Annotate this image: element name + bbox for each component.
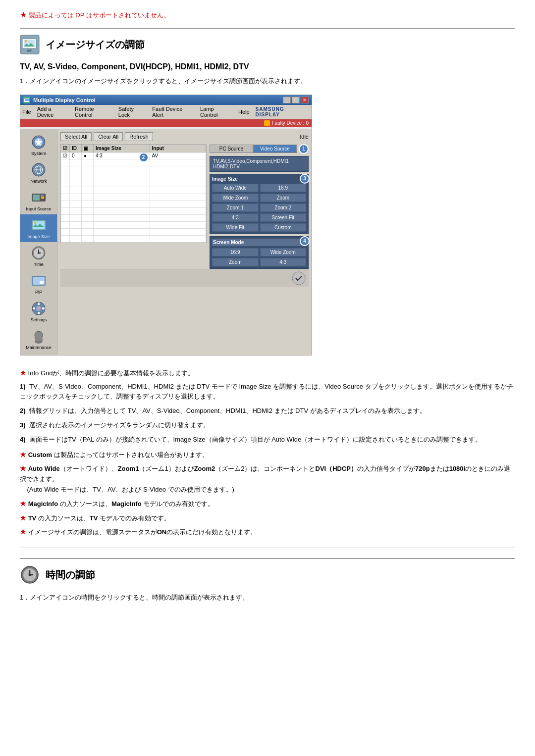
section1-title: イメージサイズの調節 [46, 38, 145, 51]
svg-rect-4 [27, 50, 32, 51]
screen-btn-zoom[interactable]: Zoom [212, 258, 259, 266]
note-4: 4) 画面モードはTV（PAL のみ）が接続されていて、Image Size（画… [20, 435, 515, 445]
section2-header: 時間の調節 [20, 558, 515, 585]
size-btn-zoom[interactable]: Zoom [260, 194, 307, 202]
table-row [61, 194, 206, 201]
row-checkbox[interactable]: ☑ [61, 152, 70, 159]
row-id: 0 [70, 152, 82, 159]
mdc-bottom [60, 269, 309, 287]
sidebar-item-input-source[interactable]: Input Source [20, 187, 57, 214]
pc-source-tab[interactable]: PC Source [210, 145, 253, 153]
screen-btn-wide-zoom[interactable]: Wide Zoom [260, 248, 307, 256]
sidebar-item-pip[interactable]: PiP [20, 270, 57, 298]
sidebar-item-network[interactable]: Network [20, 159, 57, 187]
row-flag: ● [82, 152, 94, 159]
mdc-grid-area: ☑ ID ▣ Image Size Input ☑ 0 ● 4: [60, 144, 309, 269]
mdc-menubar: File Add a Device Remote Control Safety … [20, 105, 312, 119]
sidebar-item-maintenance[interactable]: Maintenance [20, 325, 57, 353]
screen-btn-16-9[interactable]: 16:9 [212, 248, 259, 256]
sidebar-item-settings[interactable]: Settings [20, 298, 57, 325]
faulty-device-bar: Faulty Device : 0 [20, 119, 312, 127]
size-btn-4-3[interactable]: 4:3 [212, 213, 259, 222]
col-id: ID [70, 145, 82, 152]
mdc-main: Select All Clear All Refresh Idle ☑ ID ▣… [57, 129, 312, 355]
svg-rect-35 [42, 307, 45, 309]
svg-rect-38 [35, 337, 43, 341]
top-note-text: 製品によっては DP はサポートされていません。 [29, 11, 170, 19]
maintenance-icon [31, 328, 47, 344]
video-source-tab[interactable]: Video Source [253, 145, 297, 153]
image-size-title: Image Size [212, 176, 306, 182]
circle-1: 1 [299, 144, 309, 154]
menu-remote-control[interactable]: Remote Control [75, 106, 112, 118]
extra-note-tv: ★ TV の入力ソースは、TV モデルでのみ有効です。 [20, 512, 515, 524]
sidebar-item-image-size[interactable]: Image Size [20, 214, 57, 242]
status-text: Idle [300, 134, 309, 140]
svg-rect-29 [40, 281, 44, 284]
screen-btn-4-3[interactable]: 4:3 [260, 258, 307, 266]
sidebar-label-input-source: Input Source [26, 206, 51, 211]
size-btn-zoom1[interactable]: Zoom 1 [212, 203, 259, 212]
menu-fault-device-alert[interactable]: Fault Device Alert [152, 106, 194, 118]
minimize-button[interactable]: _ [283, 97, 291, 103]
mdc-toolbar: Select All Clear All Refresh Idle [60, 132, 309, 141]
clear-all-button[interactable]: Clear All [94, 132, 123, 141]
select-all-button[interactable]: Select All [60, 132, 92, 141]
row-input [150, 159, 207, 166]
table-row: ☑ 0 ● 4:3 2 AV [61, 152, 206, 159]
sidebar-label-system: System [31, 151, 46, 156]
col-input: Input [150, 145, 207, 152]
refresh-button[interactable]: Refresh [125, 132, 153, 141]
section1-step1: 1．メインアイコンのイメージサイズをクリックすると、イメージサイズ調節画面が表示… [20, 76, 515, 87]
extra-note-custom: ★ Custom は製品によってはサポートされない場合があります。 [20, 449, 515, 460]
image-size-section-icon [20, 35, 40, 54]
network-icon [31, 162, 47, 178]
time-section-icon [20, 565, 40, 585]
circle-3: 3 [300, 174, 310, 184]
row-id [70, 159, 82, 166]
size-btn-16-9[interactable]: 16:9 [260, 184, 307, 192]
extra-note-magicinfo: ★ MagicInfo の入力ソースは、MagicInfo モデルでのみ有効です… [20, 498, 515, 509]
note-2: 2) 情報グリッドは、入力信号として TV、AV、S-Video、Compone… [20, 406, 515, 416]
svg-rect-5 [27, 51, 31, 52]
info-box: TV,AV,S-Video,Component,HDMI1HDMI2,DTV [210, 156, 309, 172]
menu-file[interactable]: File [22, 109, 31, 115]
section2-title: 時間の調節 [46, 568, 95, 582]
size-btn-wide-zoom[interactable]: Wide Zoom [212, 194, 259, 202]
sidebar-item-time[interactable]: Time [20, 242, 57, 270]
menu-help[interactable]: Help [238, 109, 250, 115]
menu-add-device[interactable]: Add a Device [37, 106, 69, 118]
table-row [61, 222, 206, 229]
svg-rect-16 [33, 195, 40, 201]
star-icon: ★ [20, 10, 27, 19]
menu-lamp-control[interactable]: Lamp Control [200, 106, 232, 118]
size-btn-zoom2[interactable]: Zoom 2 [260, 203, 307, 212]
size-btn-wide-fit[interactable]: Wide Fit [212, 223, 259, 232]
row-checkbox[interactable] [61, 159, 70, 166]
table-row [61, 229, 206, 236]
top-note: ★ 製品によっては DP はサポートされていません。 [20, 10, 515, 20]
apply-button[interactable] [292, 271, 306, 285]
star-icon: ★ [20, 369, 26, 377]
row-flag [82, 159, 94, 166]
close-button[interactable]: ✕ [301, 97, 309, 103]
svg-point-44 [29, 574, 31, 576]
size-btn-custom[interactable]: Custom [260, 223, 307, 232]
sidebar-label-time: Time [34, 262, 44, 267]
size-btn-auto-wide[interactable]: Auto Wide [212, 184, 259, 192]
image-size-container: Image Size Auto Wide 16:9 Wide Zoom Zoom… [210, 174, 309, 234]
sidebar-label-network: Network [30, 179, 47, 184]
svg-rect-32 [38, 302, 40, 305]
sidebar-item-system[interactable]: System [20, 131, 57, 159]
star-icon: ★ [20, 500, 26, 507]
size-btn-screen-fit[interactable]: Screen Fit [260, 213, 307, 222]
table-row [61, 215, 206, 222]
table-row [61, 166, 206, 173]
pip-icon [31, 273, 47, 289]
menu-safety-lock[interactable]: Safety Lock [118, 106, 147, 118]
svg-point-21 [34, 222, 36, 224]
screen-mode-container: Screen Mode 16:9 Wide Zoom Zoom 4:3 4 [210, 236, 309, 269]
maximize-button[interactable]: □ [292, 97, 300, 103]
mdc-window-icon [23, 97, 30, 103]
table-row [61, 236, 206, 243]
